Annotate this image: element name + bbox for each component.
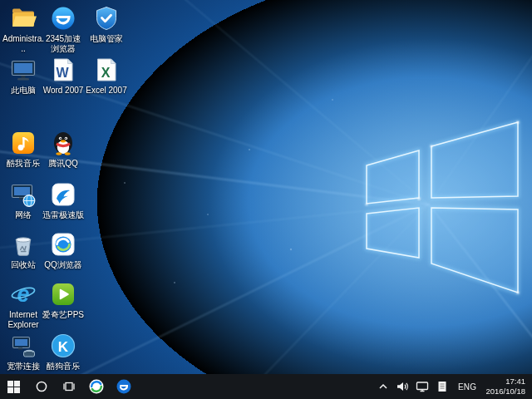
kugou-music-icon: K bbox=[50, 332, 76, 359]
desktop-icon-iqiyi-pps[interactable]: 爱奇艺PPS bbox=[42, 281, 85, 320]
icon-label: 腾讯QQ bbox=[48, 159, 78, 169]
desktop-icon-administrator[interactable]: Administra... bbox=[2, 5, 45, 54]
desktop-icon-tencent-qq[interactable]: 腾讯QQ bbox=[42, 130, 85, 169]
broadband-connection-icon bbox=[10, 332, 37, 359]
volume-button[interactable] bbox=[392, 374, 412, 399]
icon-label: 爱奇艺PPS bbox=[42, 310, 84, 320]
icon-label: Word 2007 bbox=[43, 86, 84, 96]
icon-label: Administra... bbox=[2, 34, 45, 54]
this-pc-icon bbox=[10, 57, 37, 83]
taskbar-clock[interactable]: 17:41 2016/10/18 bbox=[482, 374, 532, 399]
system-tray: ENG 17:41 2016/10/18 bbox=[374, 374, 532, 399]
taskbar-app-qq-browser[interactable] bbox=[82, 374, 110, 399]
2345-browser-icon bbox=[50, 5, 76, 32]
kuwo-music-icon bbox=[10, 130, 37, 156]
desktop-icon-broadband-connection[interactable]: 宽带连接 bbox=[2, 332, 45, 372]
user-folder-icon bbox=[10, 5, 37, 32]
icon-label: QQ浏览器 bbox=[44, 260, 82, 270]
svg-text:X: X bbox=[101, 66, 111, 80]
windows-desktop-screen: Administra... 此电脑 酷我音乐 bbox=[0, 0, 532, 399]
clock-date: 2016/10/18 bbox=[485, 387, 525, 397]
icon-label: 酷狗音乐 bbox=[47, 362, 80, 372]
qq-browser-taskbar-icon bbox=[88, 378, 105, 395]
network-button[interactable] bbox=[412, 374, 432, 399]
desktop-icon-2345-browser[interactable]: 2345加速浏览器 bbox=[42, 5, 85, 54]
icon-label: Excel 2007 bbox=[86, 86, 126, 96]
network-icon bbox=[10, 181, 37, 208]
clock-time: 17:41 bbox=[505, 377, 525, 387]
desktop-icon-pc-manager[interactable]: 电脑管家 bbox=[85, 5, 128, 44]
task-view-icon bbox=[62, 380, 76, 393]
desktop-icon-kugou-music[interactable]: K 酷狗音乐 bbox=[42, 332, 85, 372]
icon-label: 酷我音乐 bbox=[7, 159, 40, 169]
svg-text:K: K bbox=[58, 339, 69, 355]
chevron-up-icon bbox=[377, 381, 389, 392]
network-tray-icon bbox=[416, 380, 429, 393]
desktop-icon-excel-2007[interactable]: X Excel 2007 bbox=[85, 57, 128, 96]
notes-tray-button[interactable] bbox=[432, 374, 452, 399]
taskbar-app-2345-browser[interactable] bbox=[110, 374, 137, 399]
pc-manager-shield-icon bbox=[93, 5, 120, 32]
desktop-icon-network[interactable]: 网络 bbox=[2, 181, 45, 220]
volume-icon bbox=[396, 380, 409, 393]
icon-label: 2345加速浏览器 bbox=[42, 34, 85, 54]
desktop-icon-this-pc[interactable]: 此电脑 bbox=[2, 57, 45, 96]
icon-label: 回收站 bbox=[11, 260, 36, 270]
tray-expand-button[interactable] bbox=[374, 374, 392, 399]
excel-2007-icon: X bbox=[93, 57, 120, 83]
desktop-icon-qq-browser[interactable]: QQ浏览器 bbox=[42, 231, 85, 270]
taskbar-left bbox=[0, 374, 137, 399]
desktop-icon-internet-explorer[interactable]: e Internet Explorer bbox=[2, 281, 45, 330]
language-indicator[interactable]: ENG bbox=[452, 374, 483, 399]
svg-text:e: e bbox=[17, 282, 29, 307]
windows-flag-icon bbox=[7, 381, 20, 393]
thunder-icon bbox=[50, 181, 76, 208]
search-button[interactable] bbox=[27, 374, 55, 399]
word-2007-icon: W bbox=[50, 57, 76, 83]
taskbar: ENG 17:41 2016/10/18 bbox=[0, 374, 532, 399]
desktop-icon-word-2007[interactable]: W Word 2007 bbox=[42, 57, 85, 96]
search-icon bbox=[35, 380, 48, 393]
desktop-area[interactable]: Administra... 此电脑 酷我音乐 bbox=[0, 0, 532, 374]
desktop-icon-recycle-bin[interactable]: 回收站 bbox=[2, 231, 45, 270]
start-button[interactable] bbox=[0, 374, 27, 399]
desktop-icon-thunder[interactable]: 迅雷极速版 bbox=[42, 181, 85, 220]
desktop-icon-kuwo-music[interactable]: 酷我音乐 bbox=[2, 130, 45, 169]
tencent-qq-icon bbox=[50, 130, 76, 156]
task-view-button[interactable] bbox=[55, 374, 82, 399]
icon-label: 迅雷极速版 bbox=[42, 210, 84, 220]
iqiyi-pps-icon bbox=[50, 281, 76, 308]
icon-label: 宽带连接 bbox=[7, 362, 40, 372]
icon-label: 网络 bbox=[15, 210, 32, 220]
recycle-bin-icon bbox=[10, 231, 37, 258]
icon-label: 此电脑 bbox=[11, 86, 36, 96]
icon-label: Internet Explorer bbox=[2, 310, 45, 330]
svg-text:W: W bbox=[56, 66, 69, 80]
icon-label: 电脑管家 bbox=[90, 34, 123, 44]
internet-explorer-icon: e bbox=[10, 281, 37, 308]
2345-browser-taskbar-icon bbox=[116, 378, 132, 395]
notes-icon bbox=[436, 380, 449, 393]
qq-browser-icon bbox=[50, 231, 76, 258]
